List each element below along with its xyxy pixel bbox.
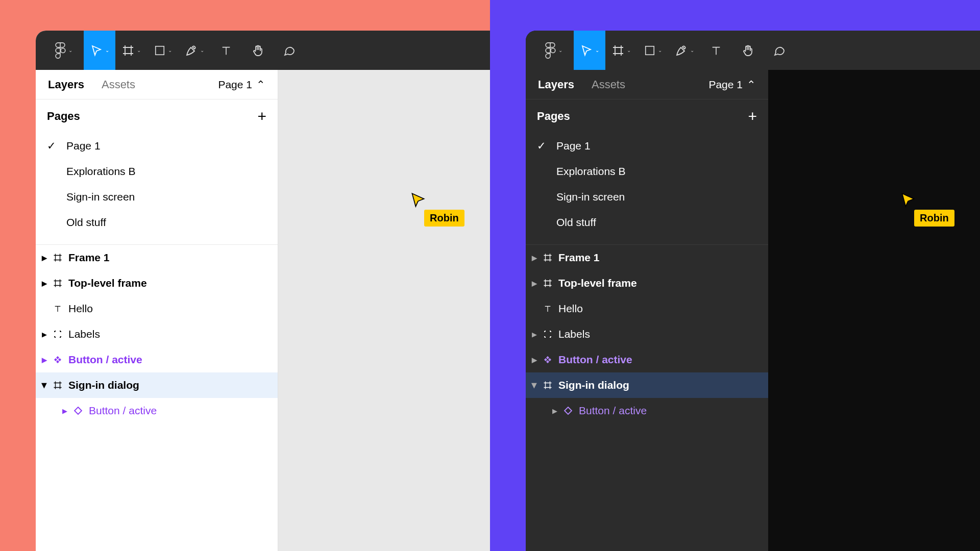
expand-icon[interactable]: ▶ — [532, 356, 537, 364]
layer-text[interactable]: Hello — [36, 296, 278, 321]
layer-frame[interactable]: ▶Top-level frame — [36, 270, 278, 296]
comment-tool[interactable] — [764, 31, 795, 70]
layer-frame-selected[interactable]: ▶Sign-in dialog — [526, 372, 768, 398]
text-icon — [52, 303, 63, 314]
instance-icon — [72, 405, 84, 416]
hand-tool[interactable] — [242, 31, 274, 70]
move-tool[interactable]: ⌄ — [574, 31, 605, 70]
layer-group[interactable]: ▶Labels — [36, 321, 278, 347]
page-selector[interactable]: Page 1⌃ — [218, 79, 265, 91]
frame-icon — [542, 252, 553, 263]
layers-panel: Layers Assets Page 1⌃ Pages+ ✓Page 1 Exp… — [526, 70, 768, 551]
group-icon — [52, 329, 63, 340]
tab-assets[interactable]: Assets — [592, 78, 625, 91]
layers-panel: Layers Assets Page 1⌃ Pages+ ✓Page 1 Exp… — [36, 70, 278, 551]
pen-tool[interactable]: ⌄ — [179, 31, 210, 70]
layer-frame-selected[interactable]: ▶Sign-in dialog — [36, 372, 278, 398]
pen-tool[interactable]: ⌄ — [669, 31, 700, 70]
expand-icon[interactable]: ▶ — [42, 331, 47, 338]
move-tool[interactable]: ⌄ — [84, 31, 115, 70]
component-icon — [542, 354, 553, 365]
layer-component[interactable]: ▶Button / active — [36, 347, 278, 372]
chevron-up-icon: ⌃ — [747, 79, 756, 91]
add-page-button[interactable]: + — [257, 108, 266, 125]
page-item[interactable]: Old stuff — [526, 210, 768, 235]
collapse-icon[interactable]: ▶ — [41, 383, 48, 388]
figma-window-light: ⌄ ⌄ ⌄ ⌄ ⌄ Layers Assets Page 1⌃ Pages+ ✓… — [36, 31, 490, 551]
chevron-down-icon: ⌄ — [558, 47, 562, 53]
frame-icon — [542, 278, 553, 289]
collaborator-cursor — [901, 192, 915, 210]
figma-logo-menu[interactable]: ⌄ — [43, 31, 84, 70]
check-icon: ✓ — [537, 140, 547, 152]
expand-icon[interactable]: ▶ — [42, 280, 47, 287]
expand-icon[interactable]: ▶ — [532, 254, 537, 262]
toolbar: ⌄ ⌄ ⌄ ⌄ ⌄ — [36, 31, 490, 70]
expand-icon[interactable]: ▶ — [62, 407, 67, 415]
check-icon: ✓ — [47, 140, 57, 152]
expand-icon[interactable]: ▶ — [552, 407, 557, 415]
page-item[interactable]: Explorations B — [526, 159, 768, 184]
tab-layers[interactable]: Layers — [48, 78, 84, 91]
layer-frame[interactable]: ▶Top-level frame — [526, 270, 768, 296]
page-item[interactable]: ✓Page 1 — [526, 133, 768, 159]
frame-icon — [52, 252, 63, 263]
page-item[interactable]: Sign-in screen — [36, 184, 278, 210]
chevron-up-icon: ⌃ — [256, 79, 265, 91]
chevron-down-icon: ⌄ — [595, 47, 599, 53]
text-icon — [542, 303, 553, 314]
group-icon — [542, 329, 553, 340]
layer-frame[interactable]: ▶Frame 1 — [36, 245, 278, 270]
layer-group[interactable]: ▶Labels — [526, 321, 768, 347]
shape-tool[interactable]: ⌄ — [637, 31, 669, 70]
figma-window-dark: ⌄ ⌄ ⌄ ⌄ ⌄ Layers Assets Page 1⌃ Pages+ ✓… — [526, 31, 980, 551]
layer-instance[interactable]: ▶Button / active — [526, 398, 768, 423]
page-item[interactable]: Explorations B — [36, 159, 278, 184]
text-tool[interactable] — [210, 31, 242, 70]
toolbar: ⌄ ⌄ ⌄ ⌄ ⌄ — [526, 31, 980, 70]
chevron-down-icon: ⌄ — [137, 47, 141, 53]
layer-frame[interactable]: ▶Frame 1 — [526, 245, 768, 270]
chevron-down-icon: ⌄ — [105, 47, 109, 53]
hand-tool[interactable] — [732, 31, 764, 70]
frame-icon — [52, 380, 63, 391]
add-page-button[interactable]: + — [748, 108, 757, 125]
pages-header: Pages — [537, 110, 570, 123]
layer-instance[interactable]: ▶Button / active — [36, 398, 278, 423]
tab-assets[interactable]: Assets — [102, 78, 135, 91]
chevron-down-icon: ⌄ — [690, 47, 694, 53]
pages-header: Pages — [47, 110, 80, 123]
collaborator-name-badge: Robin — [424, 210, 464, 227]
frame-tool[interactable]: ⌄ — [115, 31, 147, 70]
figma-logo-menu[interactable]: ⌄ — [533, 31, 574, 70]
expand-icon[interactable]: ▶ — [532, 331, 537, 338]
page-item[interactable]: ✓Page 1 — [36, 133, 278, 159]
collaborator-name-badge: Robin — [914, 210, 954, 227]
shape-tool[interactable]: ⌄ — [147, 31, 179, 70]
chevron-down-icon: ⌄ — [168, 47, 172, 53]
layer-text[interactable]: Hello — [526, 296, 768, 321]
collapse-icon[interactable]: ▶ — [531, 383, 538, 388]
page-item[interactable]: Sign-in screen — [526, 184, 768, 210]
chevron-down-icon: ⌄ — [627, 47, 631, 53]
component-icon — [52, 354, 63, 365]
tab-layers[interactable]: Layers — [538, 78, 574, 91]
expand-icon[interactable]: ▶ — [42, 356, 47, 364]
expand-icon[interactable]: ▶ — [42, 254, 47, 262]
expand-icon[interactable]: ▶ — [532, 280, 537, 287]
frame-icon — [52, 278, 63, 289]
chevron-down-icon: ⌄ — [200, 47, 204, 53]
canvas[interactable]: Robin — [278, 70, 490, 551]
canvas[interactable]: Robin — [768, 70, 980, 551]
page-selector[interactable]: Page 1⌃ — [708, 79, 756, 91]
chevron-down-icon: ⌄ — [658, 47, 662, 53]
collaborator-cursor — [411, 192, 425, 210]
layer-component[interactable]: ▶Button / active — [526, 347, 768, 372]
page-item[interactable]: Old stuff — [36, 210, 278, 235]
comment-tool[interactable] — [274, 31, 305, 70]
instance-icon — [562, 405, 574, 416]
chevron-down-icon: ⌄ — [68, 47, 72, 53]
text-tool[interactable] — [700, 31, 732, 70]
frame-icon — [542, 380, 553, 391]
frame-tool[interactable]: ⌄ — [605, 31, 637, 70]
